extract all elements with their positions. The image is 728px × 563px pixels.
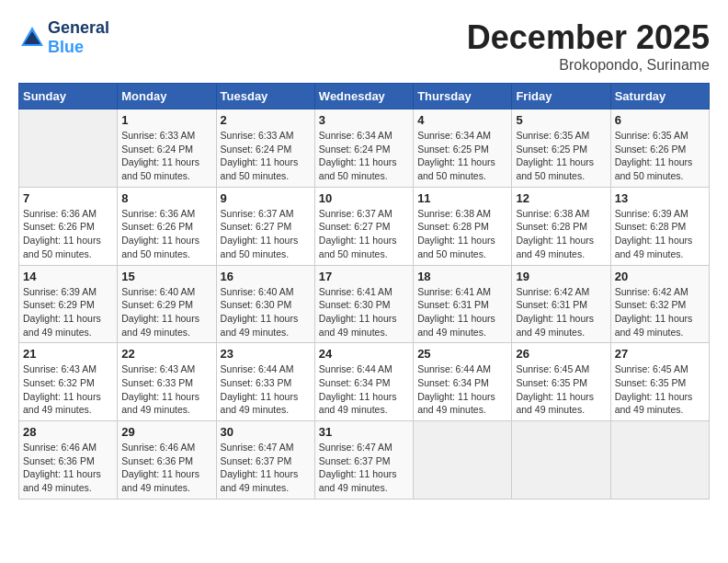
calendar-cell: 9Sunrise: 6:37 AM Sunset: 6:27 PM Daylig… (216, 187, 314, 265)
calendar-week-4: 28Sunrise: 6:46 AM Sunset: 6:36 PM Dayli… (19, 421, 710, 500)
calendar-cell: 28Sunrise: 6:46 AM Sunset: 6:36 PM Dayli… (19, 421, 118, 500)
day-header-saturday: Saturday (610, 84, 709, 109)
day-number: 28 (23, 425, 113, 439)
calendar-body: 1Sunrise: 6:33 AM Sunset: 6:24 PM Daylig… (19, 109, 710, 500)
calendar-week-0: 1Sunrise: 6:33 AM Sunset: 6:24 PM Daylig… (19, 109, 710, 188)
day-info: Sunrise: 6:40 AM Sunset: 6:30 PM Dayligh… (221, 285, 311, 339)
day-info: Sunrise: 6:37 AM Sunset: 6:27 PM Dayligh… (221, 207, 311, 261)
calendar-cell: 4Sunrise: 6:34 AM Sunset: 6:25 PM Daylig… (414, 109, 512, 188)
calendar-cell: 25Sunrise: 6:44 AM Sunset: 6:34 PM Dayli… (414, 343, 512, 421)
day-number: 20 (615, 270, 705, 283)
day-info: Sunrise: 6:36 AM Sunset: 6:26 PM Dayligh… (23, 207, 113, 261)
calendar-cell: 21Sunrise: 6:43 AM Sunset: 6:32 PM Dayli… (19, 343, 118, 421)
day-info: Sunrise: 6:36 AM Sunset: 6:26 PM Dayligh… (121, 207, 211, 261)
day-info: Sunrise: 6:38 AM Sunset: 6:28 PM Dayligh… (417, 207, 507, 261)
calendar-cell (19, 109, 118, 188)
days-header-row: SundayMondayTuesdayWednesdayThursdayFrid… (19, 84, 710, 109)
day-info: Sunrise: 6:44 AM Sunset: 6:34 PM Dayligh… (319, 362, 409, 417)
day-info: Sunrise: 6:33 AM Sunset: 6:24 PM Dayligh… (121, 129, 211, 183)
day-number: 8 (121, 191, 211, 205)
calendar-cell: 29Sunrise: 6:46 AM Sunset: 6:36 PM Dayli… (118, 421, 216, 500)
calendar-table: SundayMondayTuesdayWednesdayThursdayFrid… (18, 83, 710, 500)
calendar-cell: 16Sunrise: 6:40 AM Sunset: 6:30 PM Dayli… (216, 265, 314, 343)
day-info: Sunrise: 6:46 AM Sunset: 6:36 PM Dayligh… (121, 441, 211, 495)
day-info: Sunrise: 6:38 AM Sunset: 6:28 PM Dayligh… (516, 207, 606, 261)
calendar-cell: 3Sunrise: 6:34 AM Sunset: 6:24 PM Daylig… (314, 109, 413, 188)
day-number: 29 (121, 425, 211, 439)
day-info: Sunrise: 6:43 AM Sunset: 6:32 PM Dayligh… (23, 362, 113, 417)
day-number: 2 (221, 113, 311, 127)
day-info: Sunrise: 6:34 AM Sunset: 6:24 PM Dayligh… (319, 129, 409, 183)
day-header-tuesday: Tuesday (216, 84, 314, 109)
day-info: Sunrise: 6:44 AM Sunset: 6:34 PM Dayligh… (417, 362, 507, 417)
day-info: Sunrise: 6:46 AM Sunset: 6:36 PM Dayligh… (23, 441, 113, 495)
calendar-week-2: 14Sunrise: 6:39 AM Sunset: 6:29 PM Dayli… (19, 265, 710, 343)
calendar-cell: 1Sunrise: 6:33 AM Sunset: 6:24 PM Daylig… (118, 109, 216, 188)
calendar-header: SundayMondayTuesdayWednesdayThursdayFrid… (19, 84, 710, 109)
calendar-cell (414, 421, 512, 500)
calendar-cell: 19Sunrise: 6:42 AM Sunset: 6:31 PM Dayli… (512, 265, 610, 343)
day-number: 18 (417, 270, 507, 283)
calendar-cell: 31Sunrise: 6:47 AM Sunset: 6:37 PM Dayli… (314, 421, 413, 500)
day-number: 7 (23, 191, 113, 205)
day-info: Sunrise: 6:43 AM Sunset: 6:33 PM Dayligh… (121, 362, 211, 417)
calendar-cell: 2Sunrise: 6:33 AM Sunset: 6:24 PM Daylig… (216, 109, 314, 188)
calendar-cell: 14Sunrise: 6:39 AM Sunset: 6:29 PM Dayli… (19, 265, 118, 343)
day-number: 25 (417, 347, 507, 361)
day-info: Sunrise: 6:39 AM Sunset: 6:29 PM Dayligh… (23, 285, 113, 339)
calendar-cell: 18Sunrise: 6:41 AM Sunset: 6:31 PM Dayli… (414, 265, 512, 343)
day-info: Sunrise: 6:34 AM Sunset: 6:25 PM Dayligh… (417, 129, 507, 183)
day-info: Sunrise: 6:42 AM Sunset: 6:31 PM Dayligh… (516, 285, 606, 339)
calendar-cell: 23Sunrise: 6:44 AM Sunset: 6:33 PM Dayli… (216, 343, 314, 421)
day-number: 27 (615, 347, 705, 361)
day-info: Sunrise: 6:41 AM Sunset: 6:31 PM Dayligh… (417, 285, 507, 339)
day-number: 23 (221, 347, 311, 361)
day-header-thursday: Thursday (414, 84, 512, 109)
calendar-week-3: 21Sunrise: 6:43 AM Sunset: 6:32 PM Dayli… (19, 343, 710, 421)
day-header-sunday: Sunday (19, 84, 118, 109)
calendar-cell: 6Sunrise: 6:35 AM Sunset: 6:26 PM Daylig… (610, 109, 709, 188)
logo-general-text: General (48, 18, 109, 37)
day-number: 11 (417, 191, 507, 205)
calendar-cell: 22Sunrise: 6:43 AM Sunset: 6:33 PM Dayli… (118, 343, 216, 421)
day-info: Sunrise: 6:39 AM Sunset: 6:28 PM Dayligh… (615, 207, 705, 261)
logo-blue-text: Blue (48, 38, 84, 56)
calendar-cell: 13Sunrise: 6:39 AM Sunset: 6:28 PM Dayli… (610, 187, 709, 265)
day-number: 17 (319, 270, 409, 283)
location-subtitle: Brokopondo, Suriname (467, 57, 710, 74)
calendar-cell: 7Sunrise: 6:36 AM Sunset: 6:26 PM Daylig… (19, 187, 118, 265)
day-number: 6 (615, 113, 705, 127)
logo: General Blue (18, 18, 109, 57)
day-number: 31 (319, 425, 409, 439)
day-header-wednesday: Wednesday (314, 84, 413, 109)
calendar-cell: 27Sunrise: 6:45 AM Sunset: 6:35 PM Dayli… (610, 343, 709, 421)
day-number: 21 (23, 347, 113, 361)
day-info: Sunrise: 6:37 AM Sunset: 6:27 PM Dayligh… (319, 207, 409, 261)
day-info: Sunrise: 6:45 AM Sunset: 6:35 PM Dayligh… (516, 362, 606, 417)
calendar-cell: 5Sunrise: 6:35 AM Sunset: 6:25 PM Daylig… (512, 109, 610, 188)
day-info: Sunrise: 6:35 AM Sunset: 6:25 PM Dayligh… (516, 129, 606, 183)
day-number: 3 (319, 113, 409, 127)
day-number: 19 (516, 270, 606, 283)
calendar-cell: 10Sunrise: 6:37 AM Sunset: 6:27 PM Dayli… (314, 187, 413, 265)
calendar-cell: 17Sunrise: 6:41 AM Sunset: 6:30 PM Dayli… (314, 265, 413, 343)
day-info: Sunrise: 6:35 AM Sunset: 6:26 PM Dayligh… (615, 129, 705, 183)
day-number: 15 (121, 270, 211, 283)
day-header-monday: Monday (118, 84, 216, 109)
calendar-cell: 8Sunrise: 6:36 AM Sunset: 6:26 PM Daylig… (118, 187, 216, 265)
day-number: 24 (319, 347, 409, 361)
day-info: Sunrise: 6:47 AM Sunset: 6:37 PM Dayligh… (221, 441, 311, 495)
calendar-cell (610, 421, 709, 500)
calendar-cell (512, 421, 610, 500)
day-number: 4 (417, 113, 507, 127)
day-number: 1 (121, 113, 211, 127)
day-number: 14 (23, 270, 113, 283)
calendar-cell: 20Sunrise: 6:42 AM Sunset: 6:32 PM Dayli… (610, 265, 709, 343)
day-number: 22 (121, 347, 211, 361)
day-info: Sunrise: 6:40 AM Sunset: 6:29 PM Dayligh… (121, 285, 211, 339)
day-number: 5 (516, 113, 606, 127)
day-number: 30 (221, 425, 311, 439)
day-number: 9 (221, 191, 311, 205)
day-number: 12 (516, 191, 606, 205)
day-header-friday: Friday (512, 84, 610, 109)
